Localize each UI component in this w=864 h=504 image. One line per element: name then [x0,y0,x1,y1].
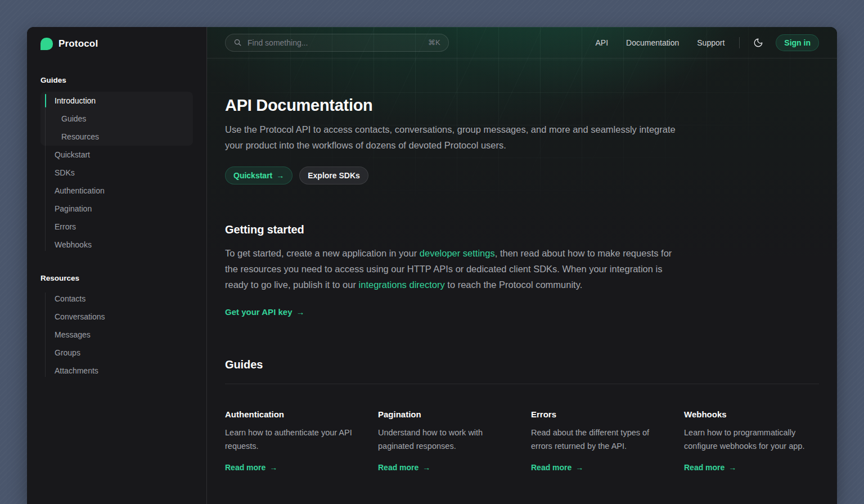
arrow-right-icon: → [728,464,736,471]
get-api-key-link[interactable]: Get your API key → [225,307,305,317]
nav-link-documentation[interactable]: Documentation [626,38,679,47]
integrations-directory-link[interactable]: integrations directory [359,280,445,290]
search-input-container[interactable]: ⌘K [225,34,449,52]
guide-card-authentication: Authentication Learn how to authenticate… [225,409,360,472]
get-api-key-label: Get your API key [225,307,292,317]
sidebar: Protocol Guides Introduction Guides Reso… [27,27,207,504]
article: API Documentation Use the Protocol API t… [207,27,837,472]
card-title: Authentication [225,409,360,420]
card-title: Errors [531,409,666,420]
getting-started-paragraph: To get started, create a new application… [225,245,675,292]
getting-started-text-3: to reach the Protocol community. [445,280,583,290]
read-more-link-errors[interactable]: Read more → [531,463,583,472]
sidebar-section-title-resources: Resources [40,274,193,283]
sidebar-item-groups[interactable]: Groups [40,344,193,362]
sidebar-item-introduction-resources[interactable]: Resources [40,128,193,146]
sidebar-item-introduction-guides[interactable]: Guides [40,110,193,128]
explore-sdks-button[interactable]: Explore SDKs [299,166,368,184]
arrow-right-icon: → [575,464,583,471]
read-more-label: Read more [684,463,724,472]
search-input[interactable] [248,38,422,47]
sidebar-item-pagination[interactable]: Pagination [40,200,193,218]
quickstart-button[interactable]: Quickstart → [225,166,292,184]
logo[interactable]: Protocol [40,37,193,51]
sidebar-item-attachments[interactable]: Attachments [40,362,193,380]
sidebar-active-group: Introduction Guides Resources [40,92,193,146]
search-shortcut-hint: ⌘K [428,38,440,47]
nav-link-api[interactable]: API [596,38,609,47]
main-content: ⌘K API Documentation Support Sign in API… [207,27,837,504]
arrow-right-icon: → [276,172,284,179]
top-bar: ⌘K API Documentation Support Sign in [207,27,837,58]
guide-card-pagination: Pagination Understand how to work with p… [378,409,513,472]
getting-started-text-1: To get started, create a new application… [225,248,420,258]
sidebar-item-sdks[interactable]: SDKs [40,164,193,182]
moon-icon [753,38,763,48]
card-description: Read about the different types of errors… [531,426,666,453]
developer-settings-link[interactable]: developer settings [420,248,495,258]
arrow-right-icon: → [422,464,430,471]
read-more-link-authentication[interactable]: Read more → [225,463,277,472]
card-description: Learn how to authenticate your API reque… [225,426,360,453]
top-bar-divider [739,37,740,48]
guide-card-webhooks: Webhooks Learn how to programmatically c… [684,409,819,472]
search-icon [233,38,242,47]
nav-link-support[interactable]: Support [697,38,724,47]
arrow-right-icon: → [269,464,277,471]
getting-started-section: Getting started To get started, create a… [225,223,819,317]
speech-bubble-logo-icon [40,38,53,50]
guides-section: Guides Authentication Learn how to authe… [225,358,819,472]
top-bar-right: API Documentation Support Sign in [596,34,819,51]
top-nav: API Documentation Support [596,38,725,47]
sidebar-item-conversations[interactable]: Conversations [40,308,193,326]
active-item-indicator [45,94,46,107]
card-description: Learn how to programmatically configure … [684,426,819,453]
card-description: Understand how to work with paginated re… [378,426,513,453]
app-window: Protocol Guides Introduction Guides Reso… [27,27,837,504]
card-title: Webhooks [684,409,819,420]
read-more-link-pagination[interactable]: Read more → [378,463,430,472]
card-title: Pagination [378,409,513,420]
guides-cards: Authentication Learn how to authenticate… [225,409,819,472]
sidebar-item-errors[interactable]: Errors [40,218,193,236]
guides-heading: Guides [225,358,819,371]
explore-sdks-button-label: Explore SDKs [308,171,360,180]
sidebar-item-quickstart[interactable]: Quickstart [40,146,193,164]
sidebar-item-introduction[interactable]: Introduction [40,92,193,110]
guide-card-errors: Errors Read about the different types of… [531,409,666,472]
page-title: API Documentation [225,96,819,115]
guides-divider [225,384,819,384]
logo-text: Protocol [58,38,98,50]
sidebar-nav-guides: Introduction Guides Resources Quickstart… [40,92,193,254]
theme-toggle-button[interactable] [751,35,766,50]
quickstart-button-label: Quickstart [233,171,272,180]
sidebar-item-authentication[interactable]: Authentication [40,182,193,200]
sidebar-section-title-guides: Guides [40,76,193,85]
getting-started-heading: Getting started [225,223,819,236]
read-more-link-webhooks[interactable]: Read more → [684,463,736,472]
sign-in-button[interactable]: Sign in [776,34,819,51]
page-intro: Use the Protocol API to access contacts,… [225,122,695,153]
read-more-label: Read more [531,463,572,472]
arrow-right-icon: → [296,308,305,316]
hero-buttons: Quickstart → Explore SDKs [225,166,819,184]
sidebar-item-contacts[interactable]: Contacts [40,290,193,308]
sidebar-item-messages[interactable]: Messages [40,326,193,344]
read-more-label: Read more [378,463,418,472]
sidebar-item-webhooks[interactable]: Webhooks [40,236,193,254]
sidebar-nav-resources: Contacts Conversations Messages Groups A… [40,290,193,380]
read-more-label: Read more [225,463,266,472]
